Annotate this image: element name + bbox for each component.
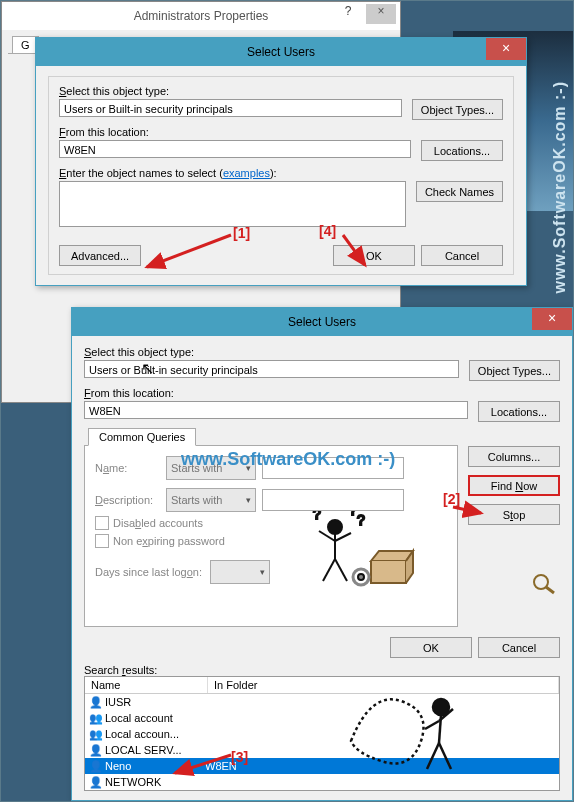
results-header: Name In Folder <box>85 677 559 694</box>
ok-button-2[interactable]: OK <box>390 637 472 658</box>
result-name: NETWORK <box>105 776 201 788</box>
label-name-filter: Name: <box>95 462 160 474</box>
svg-line-22 <box>439 743 451 769</box>
result-name: Local account <box>105 712 201 724</box>
location-input-2[interactable]: W8EN <box>84 401 468 419</box>
location-input[interactable]: W8EN <box>59 140 411 158</box>
locations-button-2[interactable]: Locations... <box>478 401 560 422</box>
user-icon: 👤 <box>89 696 101 708</box>
label-description-filter: Description: <box>95 494 160 506</box>
decorative-figure-2 <box>331 681 471 788</box>
object-types-button[interactable]: Object Types... <box>412 99 503 120</box>
stop-button[interactable]: Stop <box>468 504 560 525</box>
result-folder: W8EN <box>205 760 237 772</box>
svg-line-10 <box>323 559 335 581</box>
dialog1-title: Select Users <box>247 45 315 59</box>
svg-point-16 <box>358 574 364 580</box>
description-filter-input[interactable] <box>262 489 404 511</box>
user-icon: 👤 <box>89 776 101 788</box>
group-icon: 👥 <box>89 712 101 724</box>
advanced-button[interactable]: Advanced... <box>59 245 141 266</box>
parent-title-bar: Administrators Properties ? × <box>2 2 400 30</box>
object-type-input[interactable]: Users or Built-in security principals <box>59 99 402 117</box>
tab-common-queries[interactable]: Common Queries <box>88 428 196 446</box>
user-icon: 👤 <box>89 760 101 772</box>
help-button[interactable]: ? <box>334 4 362 24</box>
dialog1-titlebar[interactable]: Select Users × <box>36 38 526 66</box>
svg-point-2 <box>534 575 548 589</box>
watermark-side: www.SoftwareOK.com :-) <box>551 81 569 294</box>
result-row[interactable]: 👥Local accoun... <box>85 726 559 742</box>
select-users-dialog: Select Users × SSelect this object type:… <box>35 37 527 286</box>
cancel-button-2[interactable]: Cancel <box>478 637 560 658</box>
label-search-results: Search results: <box>84 664 560 676</box>
decorative-figure: ? ? ? <box>301 511 421 596</box>
result-row[interactable]: 👤LOCAL SERV... <box>85 742 559 758</box>
columns-button[interactable]: Columns... <box>468 446 560 467</box>
parent-title-text: Administrators Properties <box>134 9 269 23</box>
description-condition-select[interactable]: Starts with▾ <box>166 488 256 512</box>
dialog2-title: Select Users <box>288 315 356 329</box>
result-name: LOCAL SERV... <box>105 744 201 756</box>
days-select[interactable]: ▾ <box>210 560 270 584</box>
dialog2-titlebar[interactable]: Select Users × <box>72 308 572 336</box>
cancel-button[interactable]: Cancel <box>421 245 503 266</box>
label-object-type-2: Select this object type: <box>84 346 560 358</box>
result-name: IUSR <box>105 696 201 708</box>
result-row[interactable]: 👤IUSR <box>85 694 559 710</box>
chevron-down-icon: ▾ <box>246 495 251 505</box>
close-icon-2[interactable]: × <box>532 308 572 330</box>
chevron-down-icon: ▾ <box>260 567 265 577</box>
examples-link[interactable]: examples <box>223 167 270 179</box>
svg-line-3 <box>546 587 554 593</box>
locations-button[interactable]: Locations... <box>421 140 503 161</box>
ok-button[interactable]: OK <box>333 245 415 266</box>
label-location-2: From this location: <box>84 387 560 399</box>
svg-text:?: ? <box>349 511 357 518</box>
find-now-button[interactable]: Find Now <box>468 475 560 496</box>
group-icon: 👥 <box>89 728 101 740</box>
close-icon[interactable]: × <box>486 38 526 60</box>
cursor-icon: ↖ <box>141 359 154 378</box>
svg-line-11 <box>335 559 347 581</box>
result-row[interactable]: 👥Local account <box>85 710 559 726</box>
search-icon <box>530 571 560 595</box>
svg-point-17 <box>433 699 449 715</box>
label-object-type: SSelect this object type:elect this obje… <box>59 85 503 97</box>
svg-line-20 <box>425 721 439 729</box>
svg-text:?: ? <box>357 512 365 528</box>
object-names-input[interactable] <box>59 181 406 227</box>
label-location: From this location: <box>59 126 503 138</box>
label-object-names: Enter the object names to select (exampl… <box>59 167 503 179</box>
object-types-button-2[interactable]: Object Types... <box>469 360 560 381</box>
svg-point-6 <box>328 520 342 534</box>
result-row[interactable]: 👤NETWORK <box>85 774 559 790</box>
close-button-parent[interactable]: × <box>366 4 396 24</box>
svg-line-21 <box>427 743 439 769</box>
label-days-logon: Days since last logon: <box>95 566 202 578</box>
svg-text:?: ? <box>313 511 321 522</box>
result-row[interactable]: 👤NenoW8EN <box>85 758 559 774</box>
search-results-table[interactable]: Name In Folder 👤IUSR👥Local account👥Local… <box>84 676 560 791</box>
result-name: Neno <box>105 760 201 772</box>
check-names-button[interactable]: Check Names <box>416 181 503 202</box>
column-name[interactable]: Name <box>85 677 208 693</box>
watermark-center: www.SoftwareOK.com :-) <box>181 449 395 470</box>
result-name: Local accoun... <box>105 728 201 740</box>
user-icon: 👤 <box>89 744 101 756</box>
